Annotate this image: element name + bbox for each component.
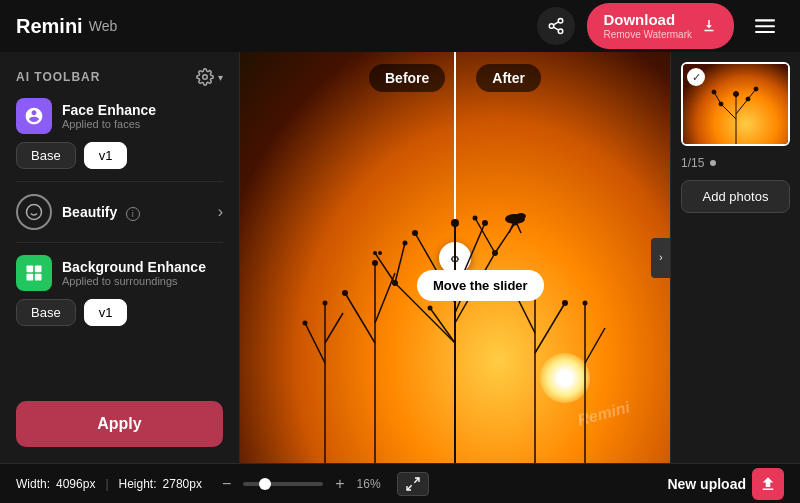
separator-1: | bbox=[105, 477, 108, 491]
expand-panel-button[interactable]: › bbox=[651, 238, 670, 278]
bg-enhance-v1-btn[interactable]: v1 bbox=[84, 299, 128, 326]
bg-enhance-icon bbox=[16, 255, 52, 291]
svg-line-4 bbox=[554, 22, 559, 25]
width-value: 4096px bbox=[56, 477, 95, 491]
after-label: After bbox=[476, 64, 541, 92]
divider-1 bbox=[16, 181, 223, 182]
svg-point-2 bbox=[559, 29, 564, 34]
download-label: Download bbox=[603, 11, 675, 29]
header-right: Download Remove Watermark bbox=[537, 3, 784, 49]
face-enhance-icon bbox=[16, 98, 52, 134]
zoom-slider[interactable] bbox=[243, 482, 323, 486]
svg-point-70 bbox=[719, 102, 723, 106]
zoom-out-button[interactable]: − bbox=[218, 475, 235, 493]
svg-line-60 bbox=[509, 224, 513, 233]
thumbnail: ✓ bbox=[681, 62, 790, 146]
download-button[interactable]: Download Remove Watermark bbox=[587, 3, 734, 49]
upload-icon-button[interactable] bbox=[752, 468, 784, 500]
face-enhance-base-btn[interactable]: Base bbox=[16, 142, 76, 169]
image-area[interactable]: Before After ‹› Move the slider Remini › bbox=[240, 52, 670, 463]
svg-point-41 bbox=[412, 230, 418, 236]
svg-rect-6 bbox=[755, 25, 775, 27]
plant-silhouette bbox=[275, 143, 635, 463]
face-enhance-buttons: Base v1 bbox=[16, 142, 223, 169]
svg-point-42 bbox=[482, 220, 488, 226]
svg-point-71 bbox=[746, 97, 750, 101]
svg-line-31 bbox=[430, 308, 455, 343]
logo: Remini Web bbox=[16, 15, 117, 38]
face-enhance-info: Face Enhance Applied to faces bbox=[16, 98, 223, 134]
zoom-value: 16% bbox=[357, 477, 389, 491]
zoom-thumb bbox=[259, 478, 271, 490]
svg-line-73 bbox=[407, 485, 412, 490]
svg-point-46 bbox=[562, 300, 568, 306]
svg-point-55 bbox=[378, 251, 382, 255]
bottom-bar: Width: 4096px | Height: 2780px − + 16% N… bbox=[0, 463, 800, 503]
divider-2 bbox=[16, 242, 223, 243]
svg-point-53 bbox=[303, 321, 308, 326]
svg-line-27 bbox=[375, 273, 395, 323]
sidebar: AI TOOLBAR ▾ Face Enhance Applied bbox=[0, 52, 240, 463]
svg-point-38 bbox=[451, 219, 459, 227]
download-btn-text: Download Remove Watermark bbox=[603, 11, 692, 41]
svg-line-22 bbox=[395, 243, 405, 283]
bg-enhance-tool: Background Enhance Applied to surroundin… bbox=[16, 255, 223, 326]
svg-point-47 bbox=[428, 306, 433, 311]
svg-line-64 bbox=[736, 99, 748, 114]
beautify-left: Beautify i bbox=[16, 194, 140, 230]
gear-dropdown-icon: ▾ bbox=[218, 72, 223, 83]
page-info: 1/15 bbox=[681, 156, 790, 170]
beautify-name-wrap: Beautify i bbox=[62, 203, 140, 221]
face-enhance-name: Face Enhance bbox=[62, 102, 156, 118]
bg-enhance-base-btn[interactable]: Base bbox=[16, 299, 76, 326]
svg-line-29 bbox=[535, 303, 565, 353]
height-label: Height: bbox=[119, 477, 157, 491]
svg-point-56 bbox=[373, 251, 377, 255]
new-upload-label: New upload bbox=[667, 476, 746, 492]
svg-point-67 bbox=[733, 92, 738, 97]
settings-gear[interactable]: ▾ bbox=[196, 68, 223, 86]
before-label: Before bbox=[369, 64, 445, 92]
page-dot bbox=[710, 160, 716, 166]
face-enhance-tool: Face Enhance Applied to faces Base v1 bbox=[16, 98, 223, 169]
face-enhance-v1-btn[interactable]: v1 bbox=[84, 142, 128, 169]
svg-point-68 bbox=[712, 90, 716, 94]
width-label: Width: bbox=[16, 477, 50, 491]
beautify-info-icon[interactable]: i bbox=[126, 207, 140, 221]
svg-point-8 bbox=[203, 75, 208, 80]
fit-button[interactable] bbox=[397, 472, 429, 496]
height-value: 2780px bbox=[163, 477, 202, 491]
add-photos-button[interactable]: Add photos bbox=[681, 180, 790, 213]
svg-point-1 bbox=[550, 24, 555, 29]
svg-point-69 bbox=[754, 87, 758, 91]
svg-point-9 bbox=[27, 205, 42, 220]
svg-line-26 bbox=[345, 293, 375, 343]
beautify-name: Beautify bbox=[62, 204, 117, 220]
svg-rect-12 bbox=[27, 266, 34, 273]
new-upload-area: New upload bbox=[667, 468, 784, 500]
menu-button[interactable] bbox=[746, 7, 784, 45]
svg-point-52 bbox=[323, 301, 328, 306]
logo-remini: Remini bbox=[16, 15, 83, 38]
share-button[interactable] bbox=[537, 7, 575, 45]
svg-line-61 bbox=[517, 224, 521, 233]
bg-enhance-buttons: Base v1 bbox=[16, 299, 223, 326]
svg-point-39 bbox=[392, 280, 398, 286]
svg-line-72 bbox=[414, 478, 419, 483]
svg-rect-13 bbox=[35, 266, 42, 273]
bg-enhance-text: Background Enhance Applied to surroundin… bbox=[62, 259, 206, 287]
svg-line-37 bbox=[585, 328, 605, 363]
beautify-chevron-icon[interactable]: › bbox=[218, 203, 223, 221]
svg-rect-14 bbox=[27, 274, 34, 281]
beautify-tool: Beautify i › bbox=[16, 194, 223, 230]
zoom-controls: − + 16% bbox=[218, 472, 429, 496]
apply-button[interactable]: Apply bbox=[16, 401, 223, 447]
face-enhance-text: Face Enhance Applied to faces bbox=[62, 102, 156, 130]
sidebar-header: AI TOOLBAR ▾ bbox=[16, 68, 223, 86]
svg-point-59 bbox=[516, 213, 526, 219]
face-enhance-desc: Applied to faces bbox=[62, 118, 156, 130]
svg-line-63 bbox=[721, 104, 736, 119]
right-panel: ✓ 1/15 Add photos bbox=[670, 52, 800, 463]
zoom-in-button[interactable]: + bbox=[331, 475, 348, 493]
svg-point-54 bbox=[583, 301, 588, 306]
